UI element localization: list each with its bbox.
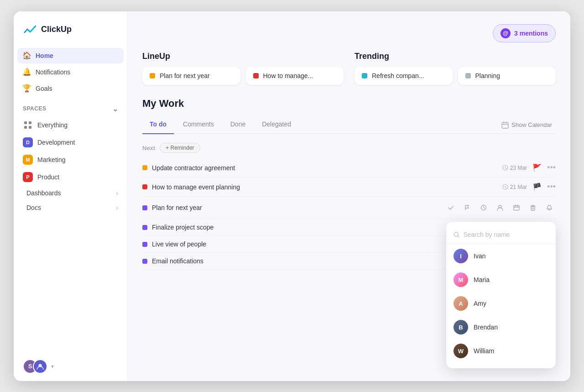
lineup-cards: Plan for next year How to manage... [142,67,344,85]
logo: ClickUp [14,22,127,48]
everything-label: Everything [37,121,68,129]
check-action[interactable] [444,201,457,214]
lineup-title: LineUp [142,52,344,61]
app-container: ClickUp 🏠 Home 🔔 Notifications 🏆 Goals S… [14,11,570,381]
lineup-card-plan[interactable]: Plan for next year [142,67,240,85]
list-item[interactable]: A Amy [446,292,556,315]
reminder-button[interactable]: + Reminder [160,143,200,153]
bell-icon: 🔔 [23,68,31,76]
calendar-action[interactable] [510,201,523,214]
task-dot [142,259,147,264]
lineup-card-manage-label: How to manage... [263,72,313,79]
next-text: Next [142,145,155,152]
lineup-card-manage[interactable]: How to manage... [246,67,344,85]
user-avatars[interactable]: S [23,359,47,374]
flag-action[interactable] [461,201,474,214]
sidebar-item-home[interactable]: 🏠 Home [17,48,124,63]
tab-done[interactable]: Done [223,117,253,134]
clickup-logo-icon [23,22,37,37]
assign-dropdown: I Ivan M Maria A Amy B B [446,222,556,368]
more-icon[interactable]: ••• [547,182,556,192]
dashboards-expand-icon: › [116,189,118,197]
trending-cards: Refresh compan... Planning [355,67,556,85]
assign-search-input[interactable] [463,231,548,238]
ivan-avatar: I [454,249,468,263]
task-meta: 21 Mar 🏴 ••• [502,182,556,192]
dashboards-label: Dashboards [26,189,61,197]
svg-rect-0 [24,121,27,124]
trending-card-refresh[interactable]: Refresh compan... [355,67,453,85]
card-dot-cyan [362,73,367,78]
lineup-section: LineUp Plan for next year How to manage.… [142,52,344,85]
brendan-avatar: B [454,320,468,335]
list-item[interactable]: W William [446,339,556,363]
svg-point-12 [454,232,458,236]
task-date: 23 Mar [502,165,527,171]
tab-delegated[interactable]: Delegated [255,117,298,134]
show-calendar-button[interactable]: Show Calendar [498,120,556,131]
sidebar: ClickUp 🏠 Home 🔔 Notifications 🏆 Goals S… [14,11,128,381]
task-dot [142,242,147,247]
svg-rect-10 [514,206,519,210]
list-item[interactable]: M Maria [446,268,556,292]
avatar-user2 [33,359,47,374]
docs-expand-icon: › [116,204,118,211]
mentions-badge[interactable]: @ 3 mentions [493,24,556,42]
trending-card-planning-label: Planning [475,72,501,79]
marketing-avatar: M [23,155,33,165]
trending-card-planning[interactable]: Planning [458,67,556,85]
flag-icon: 🚩 [532,163,542,172]
tabs-row: To do Comments Done Delegated Show Calen… [142,117,556,134]
svg-rect-11 [531,206,535,210]
task-name: How to manage event planning [152,183,498,191]
sidebar-item-product[interactable]: P Product [17,169,124,185]
my-work-title: My Work [142,98,556,110]
person-name: William [474,347,494,355]
spaces-section-label: Spaces ⌄ [14,97,127,117]
clock-icon [502,165,508,171]
task-meta: 23 Mar 🚩 ••• [502,163,556,172]
card-dot-gray [465,73,471,78]
list-item[interactable]: B Brendan [446,315,556,339]
spaces-collapse-icon[interactable]: ⌄ [112,105,119,113]
lineup-card-plan-label: Plan for next year [160,72,210,79]
table-row: Plan for next year [142,197,556,219]
sidebar-item-everything[interactable]: Everything [17,117,124,133]
tab-comments[interactable]: Comments [176,117,221,134]
spaces-list: Everything D Development M Marketing P P… [14,117,127,186]
task-name: Update contractor agreement [152,164,498,172]
delete-action[interactable] [527,201,539,214]
list-item[interactable]: I Ivan [446,244,556,268]
marketing-label: Marketing [37,156,65,163]
assign-search-row [446,227,556,244]
bell-action[interactable] [543,201,556,214]
at-icon: @ [501,28,511,38]
user-dropdown-icon[interactable]: ▾ [51,363,54,370]
sidebar-item-notifications[interactable]: 🔔 Notifications [17,64,124,80]
svg-rect-3 [29,126,31,129]
development-avatar: D [23,137,33,147]
sidebar-item-docs[interactable]: Docs › [17,201,124,214]
sidebar-bottom: S ▾ [14,352,127,381]
sidebar-item-goals[interactable]: 🏆 Goals [17,81,124,96]
tab-todo[interactable]: To do [142,117,174,134]
more-icon[interactable]: ••• [547,163,556,172]
assign-action[interactable] [494,201,506,214]
svg-rect-1 [29,121,31,124]
sidebar-item-marketing[interactable]: M Marketing [17,152,124,168]
amy-avatar: A [454,296,468,311]
clock-action[interactable] [477,201,490,214]
sidebar-item-dashboards[interactable]: Dashboards › [17,186,124,200]
trending-section: Trending Refresh compan... Planning [355,52,556,85]
sidebar-item-development[interactable]: D Development [17,134,124,151]
lineup-trending-row: LineUp Plan for next year How to manage.… [142,52,556,85]
person-name: Amy [474,300,486,307]
next-label: Next + Reminder [142,143,556,153]
product-avatar: P [23,172,33,182]
task-dot [142,184,147,189]
goals-icon: 🏆 [23,84,31,93]
flag-icon: 🏴 [532,183,542,191]
everything-icon [23,120,33,130]
table-row: How to manage event planning 21 Mar 🏴 ••… [142,178,556,197]
home-icon: 🏠 [23,52,31,60]
